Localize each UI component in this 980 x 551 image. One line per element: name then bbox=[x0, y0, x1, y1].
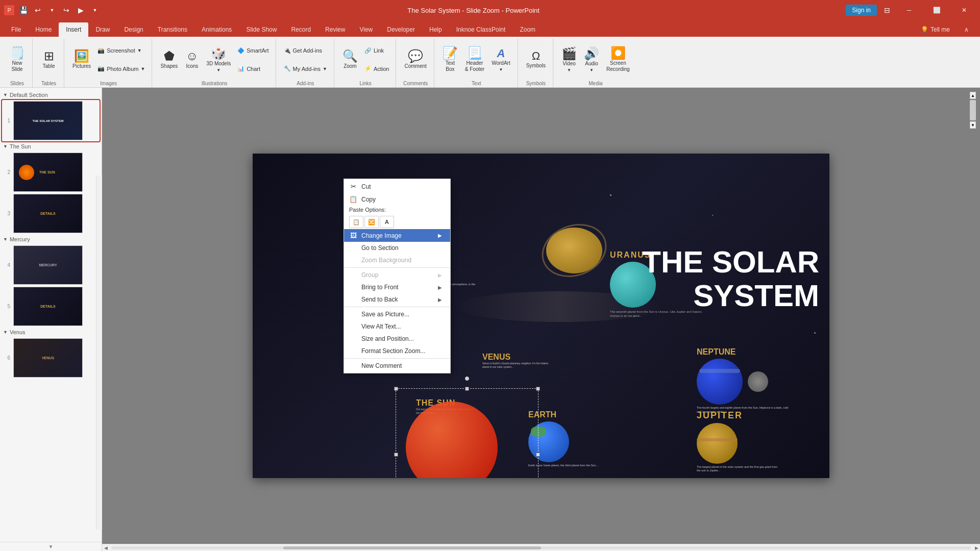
hscroll-thumb[interactable] bbox=[283, 546, 541, 549]
tab-home[interactable]: Home bbox=[28, 22, 59, 37]
signin-button[interactable]: Sign in bbox=[846, 5, 877, 16]
audio-button[interactable]: 🔊 Audio ▼ bbox=[581, 42, 602, 78]
slide-thumb-4[interactable]: 4 MERCURY bbox=[2, 244, 100, 286]
undo-dropdown[interactable]: ▼ bbox=[46, 4, 58, 16]
tab-file[interactable]: File bbox=[4, 22, 28, 37]
video-button[interactable]: 🎬 Video ▼ bbox=[558, 42, 580, 78]
tab-draw[interactable]: Draw bbox=[88, 22, 117, 37]
symbols-button[interactable]: Ω Symbols bbox=[523, 42, 549, 78]
my-addins-button[interactable]: 🔧 My Add-ins ▼ bbox=[281, 64, 330, 73]
table-button[interactable]: ⊞ Table bbox=[39, 42, 59, 78]
slide-thumb-6[interactable]: 6 VENUS bbox=[2, 337, 100, 379]
slide-thumb-1[interactable]: 1 THE SOLAR SYSTEM bbox=[2, 100, 100, 141]
chart-icon: 📊 bbox=[237, 65, 244, 72]
slide-thumb-2[interactable]: 2 THE SUN bbox=[2, 152, 100, 193]
tab-insert[interactable]: Insert bbox=[59, 22, 88, 37]
slide-thumb-3[interactable]: 3 DETAILS bbox=[2, 193, 100, 234]
photo-album-button[interactable]: 📷 Photo Album ▼ bbox=[95, 64, 148, 73]
section-mercury[interactable]: ▼ Mercury bbox=[2, 234, 100, 244]
handle-tl[interactable] bbox=[394, 387, 398, 391]
vscroll-up[interactable]: ▲ bbox=[970, 92, 976, 99]
tab-transitions[interactable]: Transitions bbox=[151, 22, 194, 37]
section-sun[interactable]: ▼ The Sun bbox=[2, 141, 100, 152]
ctx-bring-to-front[interactable]: Bring to Front ▶ bbox=[344, 281, 450, 293]
tab-slideshow[interactable]: Slide Show bbox=[239, 22, 284, 37]
ribbon-display-button[interactable]: ⊟ bbox=[881, 4, 893, 16]
tab-view[interactable]: View bbox=[352, 22, 380, 37]
ctx-cut[interactable]: ✂ Cut bbox=[344, 180, 450, 193]
new-slide-icon: 🗒️ bbox=[10, 47, 25, 59]
vscroll-thumb[interactable] bbox=[970, 100, 976, 120]
action-button[interactable]: ⚡ Action bbox=[362, 64, 392, 73]
header-footer-button[interactable]: 📃 Header& Footer bbox=[462, 42, 487, 78]
collapse-ribbon-button[interactable]: ∧ bbox=[957, 22, 976, 37]
screen-recording-button[interactable]: ⏺️ ScreenRecording bbox=[603, 42, 633, 78]
slide-img-3: DETAILS bbox=[13, 194, 83, 233]
zoom-button[interactable]: 🔍 Zoom bbox=[339, 42, 361, 78]
paste-btn-3[interactable]: A bbox=[380, 216, 394, 228]
hscroll-left[interactable]: ◀ bbox=[102, 544, 109, 552]
vscroll-down[interactable]: ▼ bbox=[970, 121, 976, 129]
ctx-format-section[interactable]: Format Section Zoom... bbox=[344, 345, 450, 357]
hscroll-right[interactable]: ▶ bbox=[973, 544, 980, 552]
restore-button[interactable]: ⬜ bbox=[925, 3, 948, 18]
handle-tc[interactable] bbox=[465, 387, 469, 391]
tab-review[interactable]: Review bbox=[318, 22, 352, 37]
shapes-button[interactable]: ⬟ Shapes bbox=[157, 42, 181, 78]
tab-developer[interactable]: Developer bbox=[380, 22, 422, 37]
ctx-copy[interactable]: 📋 Copy bbox=[344, 193, 450, 206]
panel-scroll-down-button[interactable]: ▼ bbox=[0, 542, 102, 551]
slide-thumb-5[interactable]: 5 DETAILS bbox=[2, 286, 100, 327]
canvas-wrapper: ▲ ▼ bbox=[102, 88, 980, 551]
redo-button[interactable]: ↪ bbox=[60, 4, 72, 16]
handle-mr[interactable] bbox=[536, 453, 540, 457]
slide-num-5: 5 bbox=[3, 304, 10, 309]
section-default[interactable]: ▼ Default Section bbox=[2, 90, 100, 100]
paste-btn-1[interactable]: 📋 bbox=[349, 216, 363, 228]
ctx-view-alt-text[interactable]: View Alt Text... bbox=[344, 320, 450, 333]
section-venus[interactable]: ▼ Venus bbox=[2, 327, 100, 337]
ctx-save-as-picture[interactable]: Save as Picture... bbox=[344, 308, 450, 320]
app-icon: P bbox=[4, 5, 14, 15]
wordart-button[interactable]: A WordArt ▼ bbox=[488, 42, 513, 78]
tab-animations[interactable]: Animations bbox=[194, 22, 239, 37]
get-addins-button[interactable]: 🔌 Get Add-ins bbox=[281, 46, 330, 55]
jupiter-text: The largest planet in the solar system a… bbox=[697, 465, 778, 473]
undo-button[interactable]: ↩ bbox=[32, 4, 44, 16]
handle-rotate[interactable] bbox=[465, 377, 469, 381]
tell-me-button[interactable]: 💡Tell me bbox=[914, 22, 957, 37]
link-button[interactable]: 🔗 Link bbox=[362, 46, 392, 55]
ctx-send-to-back[interactable]: Send to Back ▶ bbox=[344, 293, 450, 306]
comment-button[interactable]: 💬 Comment bbox=[401, 42, 429, 78]
handle-tr[interactable] bbox=[536, 387, 540, 391]
hscroll-track[interactable] bbox=[111, 546, 971, 549]
pictures-button[interactable]: 🖼️ Pictures bbox=[69, 42, 94, 78]
tab-inknoe[interactable]: Inknoe ClassPoint bbox=[449, 22, 513, 37]
panel-scrollbar[interactable] bbox=[96, 176, 102, 530]
comments-group-label: Comments bbox=[403, 81, 428, 86]
tab-zoom[interactable]: Zoom bbox=[512, 22, 543, 37]
tab-help[interactable]: Help bbox=[422, 22, 449, 37]
chart-button[interactable]: 📊 Chart bbox=[235, 64, 271, 73]
3d-models-button[interactable]: 🎲 3D Models ▼ bbox=[203, 42, 234, 78]
customize-button[interactable]: ▼ bbox=[89, 4, 101, 16]
new-slide-button[interactable]: 🗒️ NewSlide bbox=[7, 42, 28, 78]
paste-btn-2[interactable]: 🔀 bbox=[364, 216, 379, 228]
smartart-button[interactable]: 🔷 SmartArt bbox=[235, 46, 271, 55]
handle-ml[interactable] bbox=[394, 453, 398, 457]
tab-design[interactable]: Design bbox=[117, 22, 150, 37]
close-button[interactable]: ✕ bbox=[952, 3, 976, 18]
ctx-change-image[interactable]: 🖼 Change Image ▶ bbox=[344, 229, 450, 242]
ctx-go-to-section[interactable]: Go to Section bbox=[344, 242, 450, 254]
symbols-group-items: Ω Symbols bbox=[523, 40, 549, 80]
present-button[interactable]: ▶ bbox=[75, 4, 87, 16]
textbox-button[interactable]: 📝 TextBox bbox=[439, 42, 461, 78]
ctx-new-comment[interactable]: New Comment bbox=[344, 360, 450, 372]
icons-button[interactable]: ☺ Icons bbox=[182, 42, 202, 78]
minimize-button[interactable]: ─ bbox=[897, 3, 921, 18]
screenshot-button[interactable]: 📸 Screenshot ▼ bbox=[95, 46, 148, 55]
save-button[interactable]: 💾 bbox=[17, 4, 30, 16]
ctx-size-position[interactable]: Size and Position... bbox=[344, 333, 450, 345]
screenshot-arrow: ▼ bbox=[137, 48, 142, 53]
tab-record[interactable]: Record bbox=[284, 22, 318, 37]
